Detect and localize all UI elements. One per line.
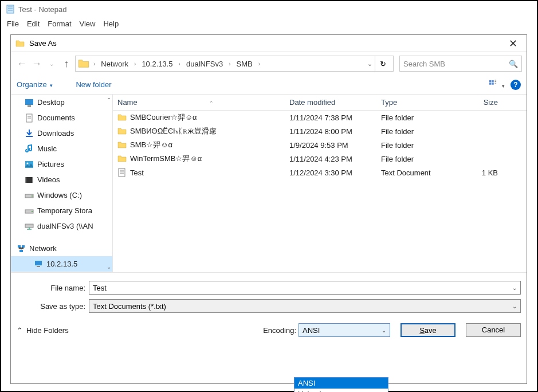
nav-netdrive[interactable]: dualNFSv3 (\\AN <box>11 218 112 234</box>
nav-downloads[interactable]: Downloads <box>11 126 112 141</box>
encoding-option-unicode[interactable]: Unicode <box>294 389 388 392</box>
desktop-icon <box>25 98 34 107</box>
chevron-right-icon[interactable]: › <box>177 61 182 67</box>
chevron-down-icon: ▾ <box>50 83 53 88</box>
col-size[interactable]: Size <box>457 98 502 107</box>
save-as-icon <box>15 39 25 48</box>
chevron-down-icon[interactable]: ⌄ <box>512 285 517 291</box>
menubar: File Edit Format View Help <box>1 17 537 33</box>
downloads-icon <box>25 129 34 138</box>
chevron-down-icon[interactable]: ⌄ <box>382 327 386 334</box>
folder-icon <box>78 58 89 69</box>
nav-documents[interactable]: Documents <box>11 110 112 126</box>
nav-music[interactable]: Music <box>11 141 112 156</box>
menu-format[interactable]: Format <box>48 19 71 28</box>
organize-menu[interactable]: Organize ▾ <box>17 80 53 89</box>
refresh-button[interactable]: ↻ <box>375 56 391 72</box>
col-name[interactable]: Name⌃ <box>113 98 285 107</box>
views-icon <box>486 80 500 88</box>
recent-dropdown[interactable]: ⌄ <box>45 61 58 67</box>
file-list: Name⌃ Date modified Type Size SMBCourier… <box>113 95 527 272</box>
address-dropdown[interactable]: ⌄ <box>367 60 372 68</box>
view-options-button[interactable]: ▾ <box>486 80 505 89</box>
list-header: Name⌃ Date modified Type Size <box>113 95 527 111</box>
scroll-down-icon[interactable]: ⌄ <box>107 264 111 270</box>
nav-network[interactable]: Network <box>11 241 112 256</box>
chevron-down-icon[interactable]: ⌄ <box>512 303 517 309</box>
drive-icon <box>25 206 34 215</box>
new-folder-button[interactable]: New folder <box>76 80 111 89</box>
file-row[interactable]: SMB☆羿☺α1/9/2024 9:53 PMFile folder <box>113 138 527 152</box>
encoding-dropdown[interactable]: ANSI Unicode Unicode big endian UTF-8 <box>294 377 388 392</box>
folder-icon <box>117 140 127 150</box>
crumb-folder[interactable]: SMB <box>235 60 254 68</box>
filename-label: File name: <box>17 284 89 292</box>
save-button[interactable]: Save <box>400 323 455 337</box>
search-placeholder: Search SMB <box>403 60 445 68</box>
chevron-right-icon[interactable]: › <box>132 61 138 67</box>
nav-computer-selected[interactable]: 10.2.13.5 <box>11 256 112 272</box>
chevron-right-icon[interactable]: › <box>257 61 262 67</box>
folder-icon <box>117 127 127 136</box>
chevron-right-icon[interactable]: › <box>92 61 97 67</box>
music-icon <box>25 144 34 154</box>
help-button[interactable]: ? <box>510 80 521 90</box>
save-as-dialog: Save As ✕ ← → ⌄ ↑ › Network › 10.2.13.5 … <box>10 34 527 384</box>
scroll-up-icon[interactable]: ⌃ <box>107 97 111 103</box>
computer-icon <box>34 260 43 269</box>
col-type[interactable]: Type <box>376 98 457 107</box>
crumb-network[interactable]: Network <box>99 60 130 68</box>
crumb-ip[interactable]: 10.2.13.5 <box>140 60 174 68</box>
nav-temp-storage[interactable]: Temporary Stora <box>11 203 112 218</box>
chevron-down-icon: ▾ <box>502 83 505 89</box>
drive-icon <box>25 191 34 200</box>
toolbar: Organize ▾ New folder ▾ ? <box>11 75 527 95</box>
notepad-title: Test - Notepad <box>18 5 67 14</box>
encoding-option-ansi[interactable]: ANSI <box>294 378 388 389</box>
crumb-share[interactable]: dualNFSv3 <box>184 60 225 68</box>
back-button[interactable]: ← <box>15 58 28 70</box>
notepad-icon <box>6 5 15 14</box>
file-row[interactable]: WinTermSMB☆羿☺α1/11/2024 4:23 PMFile fold… <box>113 152 527 166</box>
up-button[interactable]: ↑ <box>60 58 73 70</box>
encoding-label: Encoding: <box>263 326 296 335</box>
network-icon <box>17 244 26 253</box>
nav-desktop[interactable]: Desktop <box>11 95 112 110</box>
file-row[interactable]: SMBИΘΩЁЄҺᛕℝӝ豈滑慮1/11/2024 8:00 PMFile fol… <box>113 124 527 138</box>
menu-edit[interactable]: Edit <box>27 19 40 28</box>
saveastype-label: Save as type: <box>17 302 89 311</box>
chevron-right-icon[interactable]: › <box>227 61 232 67</box>
bottom-panel: File name: Test⌄ Save as type: Text Docu… <box>11 272 527 343</box>
videos-icon <box>25 175 34 185</box>
sort-caret-icon: ⌃ <box>209 100 214 106</box>
search-icon: 🔍 <box>509 60 518 68</box>
folder-icon <box>117 154 127 163</box>
search-box[interactable]: Search SMB 🔍 <box>399 56 522 72</box>
file-row[interactable]: SMBCourier☆羿☺α1/11/2024 7:38 PMFile fold… <box>113 111 527 124</box>
nav-windows-c[interactable]: Windows (C:) <box>11 187 112 203</box>
cancel-button[interactable]: Cancel <box>466 323 521 337</box>
notepad-titlebar: Test - Notepad <box>1 1 537 17</box>
file-row[interactable]: Test1/12/2024 3:30 PMText Document1 KB <box>113 166 527 179</box>
hide-folders-button[interactable]: ⌃Hide Folders <box>17 326 69 335</box>
nav-tree[interactable]: ⌃ Desktop Documents Downloads Music Pict… <box>11 95 113 272</box>
txt-icon <box>117 168 127 177</box>
netdrive-icon <box>25 222 34 231</box>
col-date[interactable]: Date modified <box>285 98 376 107</box>
forward-button[interactable]: → <box>30 58 43 70</box>
menu-file[interactable]: File <box>7 19 19 28</box>
close-button[interactable]: ✕ <box>504 37 522 50</box>
chevron-up-icon: ⌃ <box>17 326 23 335</box>
nav-videos[interactable]: Videos <box>11 172 112 187</box>
saveastype-combo[interactable]: Text Documents (*.txt)⌄ <box>89 299 521 313</box>
menu-view[interactable]: View <box>80 19 96 28</box>
nav-pictures[interactable]: Pictures <box>11 156 112 172</box>
menu-help[interactable]: Help <box>103 19 119 28</box>
nav-row: ← → ⌄ ↑ › Network › 10.2.13.5 › dualNFSv… <box>11 52 527 75</box>
pictures-icon <box>25 160 34 169</box>
encoding-combo[interactable]: ANSI⌄ <box>299 323 390 337</box>
dialog-title: Save As <box>29 39 57 48</box>
address-bar[interactable]: › Network › 10.2.13.5 › dualNFSv3 › SMB … <box>75 56 394 72</box>
filename-input[interactable]: Test⌄ <box>89 281 521 295</box>
dialog-titlebar: Save As ✕ <box>11 35 527 52</box>
